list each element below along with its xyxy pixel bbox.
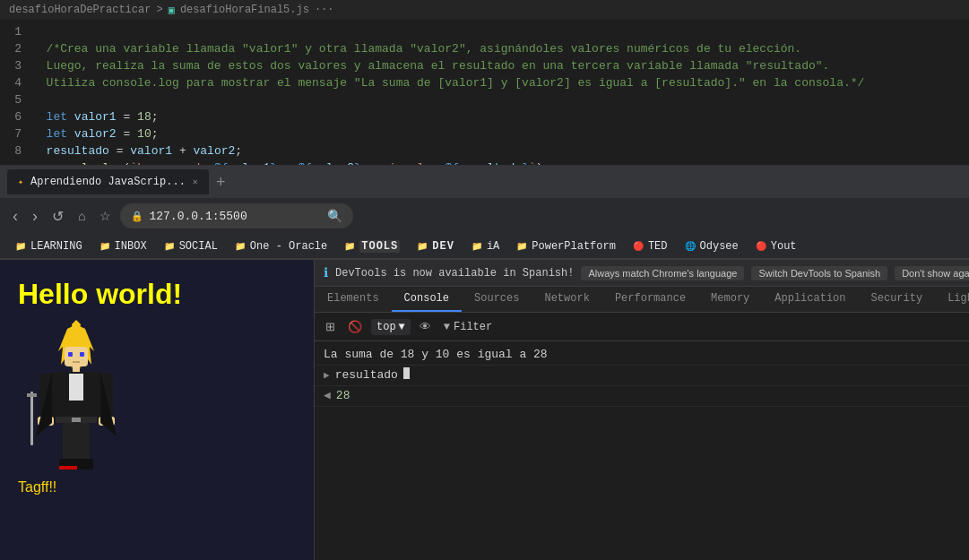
svg-rect-23 <box>30 392 33 445</box>
console-input-resultado: ▶ resultado <box>315 366 969 386</box>
devtools-tabs: Elements Console Sources Network Perform… <box>315 287 969 313</box>
result-arrow-icon: ◀ <box>324 388 331 404</box>
bookmark-dev[interactable]: 📁 DEV <box>409 238 462 254</box>
tab-application-label: Application <box>774 292 845 305</box>
expand-arrow-icon[interactable]: ▶ <box>324 367 330 383</box>
svg-rect-6 <box>73 366 80 372</box>
home-button[interactable]: ⌂ <box>73 205 91 227</box>
forward-button[interactable]: › <box>27 203 43 229</box>
folder-icon: 📁 <box>416 240 428 253</box>
bookmark-ia[interactable]: 📁 iA <box>463 238 506 254</box>
console-log-output: La suma de 18 y 10 es igual a 28 <box>315 345 969 366</box>
youtube-icon: 🔴 <box>755 240 767 253</box>
breadcrumb-file: desafioHoraFinal5.js <box>180 4 309 16</box>
clear-console-button[interactable]: 🚫 <box>344 318 366 335</box>
filter-icon: ▼ <box>444 321 450 333</box>
bookmark-label: TOOLS <box>359 240 400 253</box>
code-content[interactable]: /*Crea una variable llamada "valor1" y o… <box>32 20 969 166</box>
bookmark-tools[interactable]: 📁 TOOLS <box>336 238 407 254</box>
address-bar[interactable]: 🔒 127.0.0.1:5500 🔍 <box>120 203 353 228</box>
bookmark-label: LEARNING <box>30 240 82 253</box>
folder-icon: 📁 <box>471 240 483 253</box>
folder-icon: 📁 <box>234 240 247 253</box>
tab-performance-label: Performance <box>615 292 686 305</box>
match-language-button[interactable]: Always match Chrome's language <box>581 266 744 280</box>
console-input-text: resultado <box>335 367 398 383</box>
search-icon: 🔍 <box>327 209 342 224</box>
tab-label: Aprendiendo JavaScrip... <box>30 176 186 188</box>
notification-text: DevTools is now available in Spanish! <box>335 267 574 280</box>
tab-elements[interactable]: Elements <box>315 287 392 312</box>
eye-button[interactable]: 👁 <box>416 318 435 335</box>
breadcrumb: desafioHoraDePracticar > ▣ desafioHoraFi… <box>0 0 969 20</box>
editor-area: desafioHoraDePracticar > ▣ desafioHoraFi… <box>0 0 969 166</box>
bookmark-powerplatform[interactable]: 📁 PowerPlatform <box>508 238 623 254</box>
bookmark-youtube[interactable]: 🔴 Yout <box>748 238 804 254</box>
tab-close-button[interactable]: ✕ <box>193 177 198 187</box>
switch-language-button[interactable]: Switch DevTools to Spanish <box>751 266 887 280</box>
tab-console-label: Console <box>404 292 449 305</box>
svg-rect-22 <box>59 466 77 470</box>
tab-security-label: Security <box>871 292 923 305</box>
text-cursor <box>403 367 410 379</box>
browser-content: Hello world! <box>0 260 969 560</box>
reload-button[interactable]: ↺ <box>47 204 69 228</box>
filter-area: ▼ Filter <box>444 321 492 333</box>
tagff-text: Tagff!! <box>18 479 56 495</box>
svg-rect-2 <box>65 347 88 366</box>
tab-console[interactable]: Console <box>392 287 462 312</box>
bookmark-label: DEV <box>432 240 454 253</box>
filter-label: Filter <box>454 321 492 333</box>
browser-tab-active[interactable]: ✦ Aprendiendo JavaScrip... ✕ <box>7 169 209 194</box>
svg-rect-18 <box>63 423 76 463</box>
line-numbers: 1 2 3 4 5 6 7 8 <box>0 20 32 166</box>
character-image <box>18 320 134 472</box>
tab-lighthouse-label: Lighth... <box>947 292 969 305</box>
url-display: 127.0.0.1:5500 <box>149 210 247 223</box>
bookmark-label: INBOX <box>115 240 147 253</box>
bookmark-odysee[interactable]: 🌐 Odysee <box>677 238 746 254</box>
tab-sources[interactable]: Sources <box>462 287 532 312</box>
ted-icon: 🔴 <box>632 240 645 253</box>
bookmark-learning[interactable]: 📁 LEARNING <box>7 238 90 254</box>
devtools-panel: ℹ DevTools is now available in Spanish! … <box>314 260 969 560</box>
bookmark-social[interactable]: 📁 SOCIAL <box>156 238 225 254</box>
bookmark-label: One - Oracle <box>250 240 327 253</box>
bookmark-ted[interactable]: 🔴 TED <box>625 238 675 254</box>
bookmark-page-button[interactable]: ☆ <box>94 205 117 227</box>
breadcrumb-sep1: > <box>156 4 162 16</box>
tab-performance[interactable]: Performance <box>602 287 698 312</box>
back-button[interactable]: ‹ <box>7 203 23 229</box>
tab-network[interactable]: Network <box>532 287 601 312</box>
dropdown-arrow-icon: ▼ <box>399 321 405 333</box>
tab-application[interactable]: Application <box>762 287 858 312</box>
console-result-28: ◀ 28 <box>315 386 969 407</box>
webpage: Hello world! <box>0 260 314 560</box>
svg-rect-24 <box>27 393 37 397</box>
breadcrumb-more: ··· <box>315 4 334 16</box>
console-output[interactable]: La suma de 18 y 10 es igual a 28 ▶ resul… <box>315 341 969 560</box>
svg-rect-3 <box>68 352 73 357</box>
tab-lighthouse[interactable]: Lighth... <box>935 287 969 312</box>
svg-rect-11 <box>72 418 81 422</box>
bookmark-inbox[interactable]: 📁 INBOX <box>91 238 154 254</box>
breadcrumb-file-icon: ▣ <box>169 4 175 17</box>
bookmark-label: SOCIAL <box>179 240 218 253</box>
dont-show-button[interactable]: Don't show aga... <box>895 266 969 280</box>
sidebar-toggle-button[interactable]: ⊞ <box>322 318 339 335</box>
svg-rect-4 <box>80 352 84 357</box>
folder-icon: 📁 <box>99 240 111 253</box>
browser-chrome: ✦ Aprendiendo JavaScrip... ✕ + ‹ › ↺ ⌂ ☆… <box>0 166 969 260</box>
tab-network-label: Network <box>544 292 589 305</box>
tab-elements-label: Elements <box>327 292 379 305</box>
new-tab-button[interactable]: + <box>212 173 229 192</box>
folder-icon: 📁 <box>343 240 356 253</box>
bookmark-one-oracle[interactable]: 📁 One - Oracle <box>227 238 334 254</box>
top-selector[interactable]: top ▼ <box>371 319 411 335</box>
folder-icon: 📁 <box>163 240 176 253</box>
tab-memory[interactable]: Memory <box>698 287 762 312</box>
bookmark-label: Yout <box>771 240 797 253</box>
folder-icon: 📁 <box>515 240 528 253</box>
tab-bar: ✦ Aprendiendo JavaScrip... ✕ + <box>0 166 969 198</box>
tab-security[interactable]: Security <box>859 287 936 312</box>
